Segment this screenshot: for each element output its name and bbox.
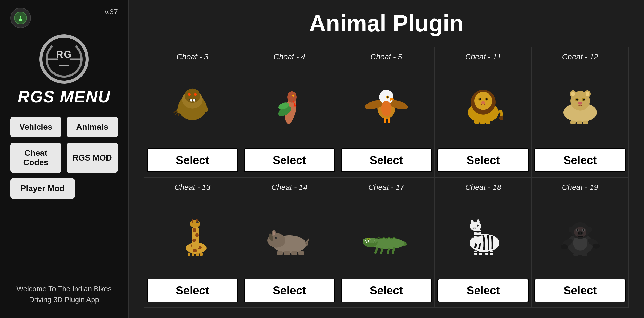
main-content: Animal Plugin Cheat - 3 <box>129 0 644 318</box>
svg-point-49 <box>586 92 589 96</box>
player-mod-button[interactable]: Player Mod <box>10 178 75 199</box>
giraffe-icon <box>169 195 216 275</box>
animals-button[interactable]: Animals <box>67 117 118 137</box>
svg-rect-40 <box>474 120 479 124</box>
svg-rect-30 <box>384 118 386 123</box>
svg-rect-70 <box>188 252 190 256</box>
cheat-label-13: Cheat - 13 <box>174 183 210 192</box>
svg-rect-81 <box>277 251 283 255</box>
select-button-cheat3[interactable]: Select <box>147 148 238 172</box>
crocodile-icon <box>363 195 409 275</box>
svg-rect-82 <box>284 251 290 255</box>
cheat-label-4: Cheat - 4 <box>273 52 305 61</box>
svg-point-66 <box>190 220 200 227</box>
svg-point-114 <box>583 229 584 231</box>
svg-point-12 <box>188 93 191 96</box>
sidebar: ↑ v.37 RG —— RGS MENU Vehicles Animals C… <box>0 0 129 318</box>
svg-text:——: —— <box>59 62 69 68</box>
svg-point-28 <box>387 96 389 98</box>
vehicles-button[interactable]: Vehicles <box>10 117 61 137</box>
rhino-icon <box>266 195 312 275</box>
svg-point-19 <box>287 91 297 103</box>
animal-cell-cheat17: Cheat - 17 <box>338 177 435 308</box>
svg-rect-56 <box>577 121 582 124</box>
svg-point-124 <box>569 226 574 232</box>
animal-cell-cheat13: Cheat - 13 <box>144 177 241 308</box>
zebra-icon <box>460 195 506 275</box>
svg-point-98 <box>475 228 476 229</box>
animal-image-12 <box>557 65 603 145</box>
select-button-cheat5[interactable]: Select <box>341 148 432 172</box>
svg-point-87 <box>363 238 378 243</box>
svg-rect-67 <box>192 219 193 223</box>
svg-point-97 <box>473 228 474 229</box>
select-button-cheat19[interactable]: Select <box>534 279 626 302</box>
svg-point-95 <box>477 224 479 226</box>
select-button-cheat11[interactable]: Select <box>437 148 529 172</box>
cheat-label-19: Cheat - 19 <box>562 183 598 192</box>
svg-point-113 <box>577 229 578 231</box>
animal-cell-cheat5: Cheat - 5 <box>338 47 435 177</box>
svg-rect-122 <box>573 253 579 256</box>
animal-grid-row1: Cheat - 3 <box>144 47 629 308</box>
svg-point-89 <box>368 238 369 239</box>
cheat-codes-button[interactable]: Cheat Codes <box>10 143 61 173</box>
svg-point-38 <box>486 98 488 100</box>
svg-point-34 <box>474 92 492 110</box>
svg-point-61 <box>193 249 197 252</box>
animal-cell-cheat18: Cheat - 18 <box>435 177 532 308</box>
svg-point-80 <box>275 237 276 238</box>
lizard-icon <box>266 65 312 145</box>
select-button-cheat14[interactable]: Select <box>244 279 335 302</box>
svg-point-93 <box>471 220 474 225</box>
animal-cell-cheat14: Cheat - 14 <box>241 177 338 308</box>
svg-rect-31 <box>388 118 390 123</box>
select-button-cheat12[interactable]: Select <box>534 148 626 172</box>
svg-point-94 <box>477 219 480 224</box>
svg-point-13 <box>194 93 197 96</box>
animal-image-11 <box>460 65 506 145</box>
beast-icon <box>169 65 216 145</box>
svg-point-120 <box>561 244 568 249</box>
animal-cell-cheat11: Cheat - 11 <box>435 47 532 177</box>
svg-point-37 <box>479 98 481 100</box>
rgs-mod-button[interactable]: RGS MOD <box>67 143 118 173</box>
app-icon: ↑ <box>10 8 31 28</box>
svg-point-39 <box>481 101 485 104</box>
cheat-label-18: Cheat - 18 <box>465 183 501 192</box>
svg-point-29 <box>381 101 391 116</box>
animal-image-3 <box>169 65 216 145</box>
animal-cell-cheat4: Cheat - 4 Select <box>241 47 338 177</box>
select-button-cheat4[interactable]: Select <box>244 148 335 172</box>
animal-cell-cheat19: Cheat - 19 <box>532 177 629 308</box>
select-button-cheat13[interactable]: Select <box>147 279 238 302</box>
svg-point-96 <box>472 227 476 229</box>
app-icon-svg: ↑ <box>14 12 27 24</box>
eagle-icon <box>363 65 409 145</box>
rgs-logo: RG —— <box>38 33 90 85</box>
version-label: v.37 <box>105 8 118 16</box>
svg-point-43 <box>499 116 503 120</box>
svg-point-53 <box>583 99 585 101</box>
svg-rect-71 <box>192 252 194 256</box>
select-button-cheat17[interactable]: Select <box>341 279 432 302</box>
svg-point-78 <box>273 231 275 235</box>
svg-rect-123 <box>582 253 587 256</box>
svg-rect-83 <box>291 251 297 255</box>
cheat-label-3: Cheat - 3 <box>177 52 208 61</box>
svg-point-48 <box>571 92 575 96</box>
svg-point-54 <box>578 102 582 105</box>
lion-icon <box>460 65 506 145</box>
select-button-cheat18[interactable]: Select <box>437 279 529 302</box>
svg-point-117 <box>581 232 582 234</box>
animal-cell-cheat3: Cheat - 3 <box>144 47 241 177</box>
animal-image-19 <box>557 195 603 275</box>
nav-grid: Vehicles Animals Cheat Codes RGS MOD <box>10 117 118 173</box>
svg-point-125 <box>587 226 592 232</box>
svg-rect-14 <box>190 99 192 102</box>
svg-point-52 <box>576 99 578 101</box>
welcome-text: Welcome To The Indian Bikes Driving 3D P… <box>17 284 112 310</box>
cheat-label-5: Cheat - 5 <box>370 52 402 61</box>
animal-cell-cheat12: Cheat - 12 <box>532 47 629 177</box>
animal-image-14 <box>266 195 312 275</box>
